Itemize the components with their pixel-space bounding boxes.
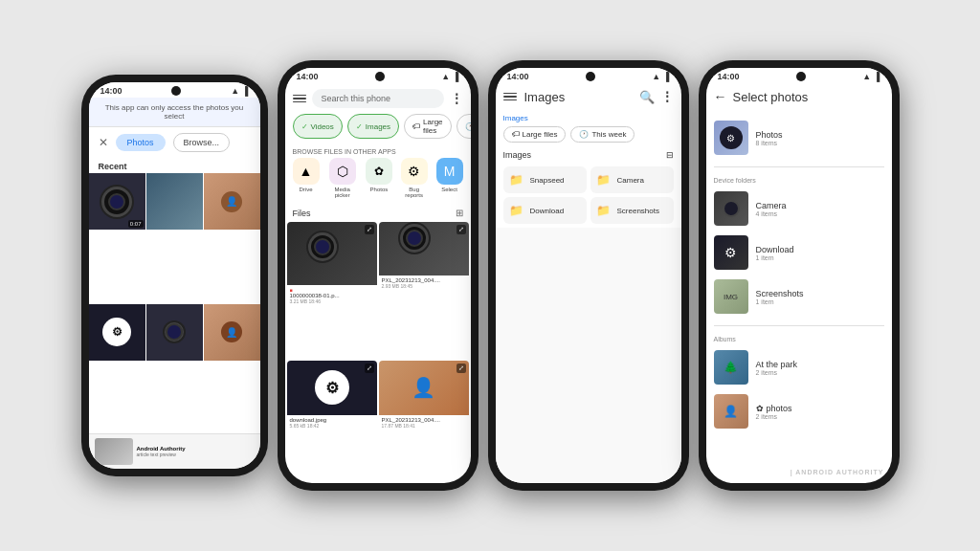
status-icons-2: ▲ ▐	[441, 72, 458, 81]
app-drive[interactable]: ▲ Drive	[293, 158, 320, 198]
download-item-info: Download 1 item	[756, 245, 884, 261]
photos-item-count: 8 items	[756, 140, 884, 146]
chip-videos[interactable]: ✓ Videos	[293, 114, 343, 139]
photo-item[interactable]: ⚙	[89, 304, 145, 361]
device-folders-label: Device folders	[714, 177, 884, 184]
expand-icon: ⤢	[365, 364, 374, 373]
folder-name: Screenshots	[617, 207, 659, 215]
albums-label: Albums	[714, 336, 884, 342]
tag-icon-3: 🏷	[512, 130, 520, 139]
photos-section: ⚙ Photos 8 items	[706, 110, 892, 163]
wifi-icon-2: ▲	[441, 72, 450, 81]
close-button[interactable]: ✕	[99, 136, 108, 149]
watermark: | ANDROID AUTHORITY	[791, 469, 884, 475]
breadcrumb-3[interactable]: Images	[496, 110, 681, 126]
photo-item[interactable]: 👤	[204, 304, 260, 361]
time-2: 14:00	[297, 72, 319, 81]
folder-icon: 📁	[595, 171, 612, 188]
status-bar-4: 14:00 ▲ ▐	[706, 68, 892, 83]
file-item[interactable]: ⤢ ■ 1000000038-01.p... 3.21 MB 18:46	[287, 222, 377, 359]
folder-grid: 📁 Snapseed 📁 Camera 📁 Download 📁 Screens…	[496, 163, 681, 228]
expand-icon: ⤢	[457, 364, 466, 373]
media-label: Media picker	[327, 187, 358, 198]
park-album-item[interactable]: 🌲 At the park 2 items	[714, 345, 884, 389]
folder-download[interactable]: 📁 Download	[503, 197, 587, 224]
chip-large[interactable]: 🏷 Large files	[404, 114, 451, 139]
file-item[interactable]: 👤 ⤢ PXL_20231213_004.... 17.87 MB 18:41	[379, 361, 469, 483]
camera-folder-item[interactable]: Camera 4 items	[714, 187, 884, 231]
file-item[interactable]: ⚙ ⤢ download.jpeg 5.65 kB 18:42	[287, 361, 377, 483]
screenshots-folder-item[interactable]: IMG Screenshots 1 item	[714, 275, 884, 319]
app-select[interactable]: M Select	[436, 158, 463, 198]
chip-week-3[interactable]: 🕐 This week	[570, 126, 635, 143]
chip-images[interactable]: ✓ Images	[347, 114, 399, 139]
back-button[interactable]: ←	[714, 89, 727, 104]
photos-item[interactable]: ⚙ Photos 8 items	[714, 116, 884, 160]
folder-icon: 📁	[508, 171, 525, 188]
recent-label: Recent	[89, 158, 260, 173]
file-info: PXL_20231213_004.... 2.93 MB 18:45	[379, 276, 469, 291]
filter-chips-3: 🏷 Large files 🕐 This week	[496, 126, 681, 146]
app-shortcuts: ▲ Drive ⬡ Media picker ✿ Photos ⚙ Bug re…	[285, 158, 471, 204]
expand-icon: ⤢	[365, 225, 374, 234]
app-photos[interactable]: ✿ Photos	[366, 158, 392, 198]
chip-large-3[interactable]: 🏷 Large files	[503, 126, 567, 143]
chip-thisweek[interactable]: 🕐 This w...	[457, 114, 471, 139]
list-view-icon[interactable]: ⊟	[666, 150, 674, 160]
files-label: Files	[293, 209, 311, 218]
tag-icon: 🏷	[412, 122, 420, 131]
app-media[interactable]: ⬡ Media picker	[327, 158, 358, 198]
download-item-name: Download	[756, 245, 884, 254]
p4-header: ← Select photos	[706, 83, 892, 110]
phone-4: 14:00 ▲ ▐ ← Select photos ⚙ Photos 8 ite…	[699, 60, 900, 491]
photos-album-item[interactable]: 👤 ✿ photos 2 items	[714, 389, 884, 433]
file-info: ■ 1000000038-01.p... 3.21 MB 18:46	[287, 285, 377, 306]
tab-browse[interactable]: Browse...	[173, 133, 231, 152]
clock-icon: 🕐	[465, 122, 471, 131]
menu-icon[interactable]	[293, 95, 306, 103]
park-item-info: At the park 2 items	[756, 360, 884, 376]
more-options-icon-3[interactable]: ⋮	[660, 89, 674, 104]
photo-item[interactable]: 0:07	[89, 173, 145, 230]
folder-icon: 📁	[595, 202, 612, 219]
screenshots-item-name: Screenshots	[756, 289, 884, 298]
divider-2	[714, 325, 884, 326]
content-area-3	[496, 228, 681, 483]
more-options-icon[interactable]: ⋮	[450, 91, 463, 106]
grid-view-icon[interactable]: ⊞	[456, 208, 463, 218]
status-icons-4: ▲ ▐	[862, 72, 880, 81]
app-bug[interactable]: ⚙ Bug reports	[400, 158, 429, 198]
spacer-4	[706, 436, 892, 483]
phone-3: 14:00 ▲ ▐ Images 🔍 ⋮ Images 🏷 Large file…	[488, 60, 689, 491]
search-icon-3[interactable]: 🔍	[639, 90, 655, 104]
file-item[interactable]: ⤢ PXL_20231213_004.... 2.93 MB 18:45	[379, 222, 469, 359]
menu-icon-3[interactable]	[503, 93, 517, 101]
photos-album-name: ✿ photos	[756, 404, 884, 413]
filter-chips: ✓ Videos ✓ Images 🏷 Large files 🕐 This w…	[285, 114, 471, 144]
folder-screenshots[interactable]: 📁 Screenshots	[590, 197, 674, 224]
signal-icon-1: ▐	[242, 86, 248, 96]
photo-item[interactable]: 👤	[204, 173, 260, 230]
search-bar[interactable]: Search this phone	[312, 89, 444, 108]
download-folder-item[interactable]: ⚙ Download 1 item	[714, 231, 884, 275]
wifi-icon-3: ▲	[652, 72, 660, 81]
photos-album-info: ✿ photos 2 items	[756, 404, 884, 420]
photo-item[interactable]	[146, 173, 203, 230]
article-preview: Android Authority article text preview	[89, 433, 260, 469]
tab-photos[interactable]: Photos	[116, 134, 166, 151]
folder-name: Snapseed	[530, 176, 565, 185]
folder-camera[interactable]: 📁 Camera	[590, 166, 674, 193]
select-icon: M	[436, 158, 463, 185]
folder-name: Download	[530, 207, 565, 215]
photo-item[interactable]	[146, 304, 203, 361]
photos-label: Photos	[370, 187, 389, 192]
wifi-icon-1: ▲	[231, 86, 239, 96]
divider	[714, 166, 884, 167]
screenshots-item-info: Screenshots 1 item	[756, 289, 884, 305]
folder-snapseed[interactable]: 📁 Snapseed	[503, 166, 587, 193]
media-icon: ⬡	[329, 158, 356, 185]
time-3: 14:00	[507, 72, 529, 81]
status-icons-1: ▲ ▐	[231, 86, 248, 96]
download-item-count: 1 item	[756, 254, 884, 261]
expand-icon: ⤢	[457, 225, 466, 234]
